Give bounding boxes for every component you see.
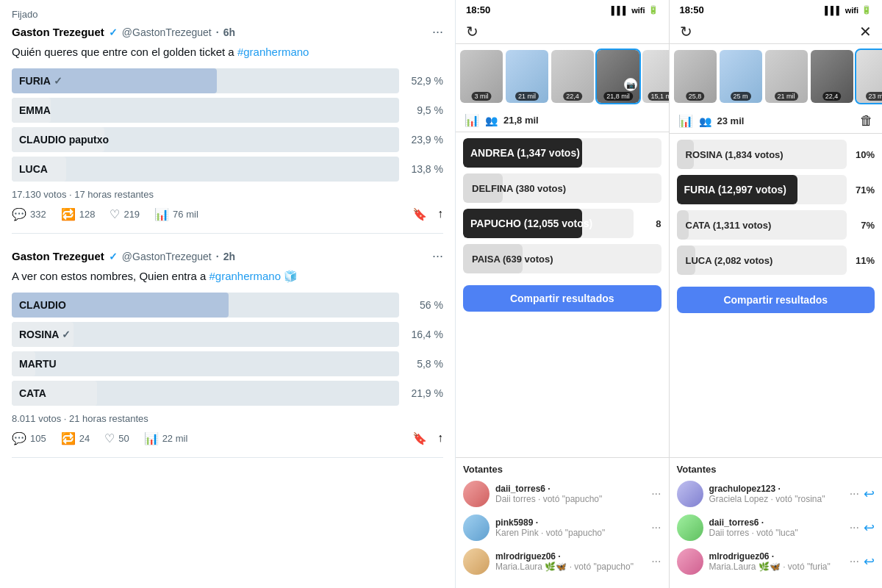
verified-icon-1: ✓ <box>109 26 118 38</box>
like-action-1[interactable]: ♡ 219 <box>110 207 140 221</box>
share-btn-1[interactable]: Compartir resultados <box>463 285 662 312</box>
bookmark-action-1[interactable]: 🔖 <box>412 207 427 221</box>
poll-1-row-3[interactable]: LUCA 13,8 % <box>12 157 443 182</box>
users-icon-2: 👥 <box>699 115 711 127</box>
stories-bar-1: 3 mil 21 mil 22,4 📷 21,8 mil 15,1 m... <box>456 44 669 109</box>
voter-dots-1-1[interactable]: ··· <box>651 521 661 534</box>
tweet-1-poll: FURIA ✓ 52,9 % EMMA 9,5 % CLAUDIO paputx… <box>12 68 443 182</box>
voter-1-0: daii_torres6 · Daii torres · votó "papuc… <box>463 481 662 507</box>
voter-dots-2-2[interactable]: ··· <box>850 555 859 568</box>
voter-info-1-2: mlrodriguez06 · Maria.Laura 🌿🦋 · votó "p… <box>495 551 651 572</box>
voter-avatar-1-0 <box>463 481 490 507</box>
stories-bar-2: 25,8 25 m 21 mil 22,4 23 mil <box>670 44 883 109</box>
poll-2-row-3[interactable]: CATA 21,9 % <box>12 381 443 406</box>
tweet-1-author: Gaston Trezeguet ✓ @GastonTrezeguet · 6h <box>12 26 235 38</box>
story-2-4[interactable]: 22,4 <box>811 50 853 103</box>
battery-icon-1: 🔋 <box>648 5 659 15</box>
chart-icon-2: 📊 <box>678 114 693 128</box>
story-1-3[interactable]: 22,4 <box>551 50 594 103</box>
phone-screen-1: 18:50 ▌▌▌ wifi 🔋 ↻ 3 mil 21 mil 22,4 <box>456 0 669 588</box>
status-bar-1: 18:50 ▌▌▌ wifi 🔋 <box>456 0 669 18</box>
story-2-3[interactable]: 21 mil <box>765 50 808 103</box>
poll-1-row-0[interactable]: FURIA ✓ 52,9 % <box>12 68 443 93</box>
story-2-1[interactable]: 25,8 <box>674 50 717 103</box>
like-action-2[interactable]: ♡ 50 <box>104 431 129 445</box>
voter-avatar-1-2 <box>463 548 490 575</box>
voter-info-1-1: pink5989 · Karen Pink · votó "papucho" <box>495 517 651 538</box>
status-icons-1: ▌▌▌ wifi 🔋 <box>612 5 659 15</box>
voters-section-2: Votantes grachulopez123 · Graciela Lopez… <box>670 457 883 588</box>
retweet-action-2[interactable]: 🔁 24 <box>61 431 90 445</box>
story-2-2[interactable]: 25 m <box>720 50 762 103</box>
status-bar-2: 18:50 ▌▌▌ wifi 🔋 <box>670 0 883 18</box>
poll-1-row-1[interactable]: EMMA 9,5 % <box>12 98 443 123</box>
ig-poll-1-1[interactable]: DELFINA (380 votos) <box>463 173 662 203</box>
nav-bar-2: ↻ ✕ <box>670 18 883 44</box>
reply-icon-2-2[interactable]: ↩ <box>864 553 875 570</box>
poll-section-2: ROSINA (1,834 votos) 10% FURIA (12,997 v… <box>670 134 883 457</box>
ig-poll-2-1[interactable]: FURIA (12,997 votos) 71% <box>677 175 875 204</box>
tweet-1-text: Quién queres que entre con el golden tic… <box>12 44 443 60</box>
ig-poll-1-2[interactable]: PAPUCHO (12,055 votos) 8 <box>463 209 662 238</box>
ig-poll-2-2[interactable]: CATA (1,311 votos) 7% <box>677 210 875 240</box>
tweet-2-votes: 8.011 votos · 21 horas restantes <box>12 413 443 424</box>
twitter-panel: Fijado Gaston Trezeguet ✓ @GastonTrezegu… <box>0 0 456 588</box>
reply-icon-2-1[interactable]: ↩ <box>864 520 875 536</box>
reply-icon-2-0[interactable]: ↩ <box>864 486 875 502</box>
tweet-2-more[interactable]: ··· <box>432 248 443 264</box>
poll-2-row-1[interactable]: ROSINA ✓ 16,4 % <box>12 322 443 347</box>
share-action-1[interactable]: ↑ <box>437 207 443 221</box>
share-action-2[interactable]: ↑ <box>437 431 443 445</box>
tweet-2-text: A ver con estos nombres, Quien entra a #… <box>12 268 443 284</box>
story-1-2[interactable]: 21 mil <box>506 50 548 103</box>
story-2-5[interactable]: 23 mil <box>856 50 883 103</box>
voter-dots-1-2[interactable]: ··· <box>651 555 661 568</box>
bookmark-action-2[interactable]: 🔖 <box>412 431 427 445</box>
voters-title-2: Votantes <box>677 464 875 475</box>
voter-1-1: pink5989 · Karen Pink · votó "papucho" ·… <box>463 514 662 541</box>
tweet-1-votes: 17.130 votos · 17 horas restantes <box>12 189 443 200</box>
voter-avatar-2-0 <box>677 481 703 507</box>
users-icon-1: 👥 <box>485 115 498 126</box>
voter-dots-2-1[interactable]: ··· <box>850 521 859 534</box>
phone-screen-2: 18:50 ▌▌▌ wifi 🔋 ↻ ✕ 25,8 25 m 2 <box>669 0 883 588</box>
delete-icon[interactable]: 🗑 <box>860 113 873 129</box>
voter-info-1-0: daii_torres6 · Daii torres · votó "papuc… <box>495 484 651 504</box>
comment-action-2[interactable]: 💬 105 <box>12 431 46 445</box>
story-1-4[interactable]: 📷 21,8 mil <box>597 50 639 103</box>
tweet-2: Gaston Trezeguet ✓ @GastonTrezeguet · 2h… <box>12 248 443 458</box>
signal-icon-2: ▌▌▌ <box>825 6 842 15</box>
views-action-1[interactable]: 📊 76 mil <box>154 207 198 221</box>
refresh-icon-2[interactable]: ↻ <box>680 23 692 40</box>
comment-action-1[interactable]: 💬 332 <box>12 207 46 221</box>
voters-title-1: Votantes <box>463 464 662 475</box>
voters-section-1: Votantes daii_torres6 · Daii torres · vo… <box>456 457 669 588</box>
story-1-1[interactable]: 3 mil <box>460 50 503 103</box>
share-btn-2[interactable]: Compartir resultados <box>677 287 875 313</box>
ig-poll-2-3[interactable]: LUCA (2,082 votos) 11% <box>677 245 875 275</box>
poll-2-row-0[interactable]: CLAUDIO 56 % <box>12 293 443 318</box>
poll-2-row-2[interactable]: MARTU 5,8 % <box>12 351 443 376</box>
retweet-action-1[interactable]: 🔁 128 <box>61 207 96 221</box>
ig-poll-1-0[interactable]: ANDREA (1,347 votos) <box>463 138 662 168</box>
tweet-1-more[interactable]: ··· <box>432 24 443 40</box>
verified-icon-2: ✓ <box>109 251 118 262</box>
status-icons-2: ▌▌▌ wifi 🔋 <box>825 5 872 15</box>
signal-icon-1: ▌▌▌ <box>612 6 628 15</box>
poll-section-1: ANDREA (1,347 votos) DELFINA (380 votos)… <box>456 132 669 457</box>
voter-dots-2-0[interactable]: ··· <box>850 487 859 501</box>
voter-dots-1-0[interactable]: ··· <box>651 487 661 501</box>
time-2: 18:50 <box>680 4 704 15</box>
story-1-5[interactable]: 15,1 m... <box>642 50 669 103</box>
ig-poll-2-0[interactable]: ROSINA (1,834 votos) 10% <box>677 140 875 169</box>
ig-poll-1-3[interactable]: PAISA (639 votos) <box>463 244 662 273</box>
phone-container: 18:50 ▌▌▌ wifi 🔋 ↻ 3 mil 21 mil 22,4 <box>456 0 882 588</box>
voter-info-2-1: daii_torres6 · Daii torres · votó "luca" <box>709 517 850 538</box>
tweet-2-actions: 💬 105 🔁 24 ♡ 50 📊 22 mil 🔖 ↑ <box>12 431 443 445</box>
close-icon-2[interactable]: ✕ <box>859 23 872 40</box>
tweet-1: Gaston Trezeguet ✓ @GastonTrezeguet · 6h… <box>12 24 443 234</box>
refresh-icon-1[interactable]: ↻ <box>466 23 478 40</box>
views-action-2[interactable]: 📊 22 mil <box>144 431 188 445</box>
voter-2-1: daii_torres6 · Daii torres · votó "luca"… <box>677 514 875 541</box>
poll-1-row-2[interactable]: CLAUDIO paputxo 23,9 % <box>12 127 443 152</box>
